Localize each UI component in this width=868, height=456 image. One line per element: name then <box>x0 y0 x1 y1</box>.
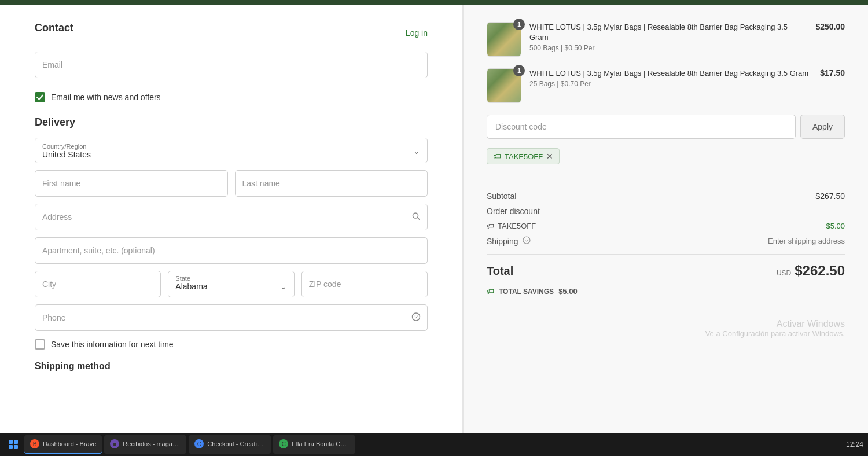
product-item-1: 1 WHITE LOTUS | 3.5g Mylar Bags | Reseal… <box>487 22 845 57</box>
shipping-value: Enter shipping address <box>768 237 845 245</box>
taskbar-label-recibidos: Recibidos - magapro... <box>123 440 181 447</box>
state-select[interactable]: State Alabama ⌄ <box>168 271 294 297</box>
total-savings-row: 🏷 TOTAL SAVINGS $5.00 <box>487 287 845 296</box>
shield-icon: ■ <box>110 439 119 448</box>
total-value: $262.50 <box>795 263 845 279</box>
windows-watermark: Activar Windows Ve a Configuración para … <box>487 319 845 338</box>
save-info-checkbox[interactable] <box>35 339 45 350</box>
taskbar-item-recibidos[interactable]: ■ Recibidos - magapro... <box>104 435 186 454</box>
country-chevron-icon: ⌄ <box>413 146 420 156</box>
contact-section-title: Contact <box>35 22 73 34</box>
state-label: State <box>175 275 286 282</box>
savings-tag-icon: 🏷 <box>487 287 494 296</box>
total-row: Total USD $262.50 <box>487 263 845 279</box>
coupon-code-label: TAKE5OFF <box>505 152 543 161</box>
product-price-1: $250.00 <box>815 22 845 31</box>
watermark-main: Activar Windows <box>487 319 845 329</box>
apply-discount-button[interactable]: Apply <box>800 115 845 139</box>
country-region-select[interactable]: Country/Region United States ⌄ <box>35 138 428 163</box>
windows-start-button[interactable] <box>5 435 22 454</box>
search-icon <box>411 212 421 223</box>
order-discount-row: Order discount <box>487 207 845 216</box>
savings-label: TOTAL SAVINGS <box>499 288 554 296</box>
chrome1-icon: C <box>194 439 204 448</box>
zip-field[interactable] <box>301 271 428 297</box>
phone-help-icon: ? <box>411 312 421 323</box>
email-checkbox-label: Email me with news and offers <box>51 93 161 102</box>
address-field[interactable] <box>35 204 428 230</box>
tag-icon: 🏷 <box>493 152 501 161</box>
shipping-row: Shipping ? Enter shipping address <box>487 236 845 246</box>
discount-code-input[interactable] <box>487 115 796 139</box>
chrome2-icon: C <box>279 439 288 448</box>
product-variant-2: 25 Bags | $0.70 Per <box>529 80 812 88</box>
city-field[interactable] <box>35 271 161 297</box>
product-badge-2: 1 <box>513 65 525 76</box>
product-name-1: WHITE LOTUS | 3.5g Mylar Bags | Resealab… <box>529 22 807 43</box>
taskbar-time: 12:24 <box>846 440 863 448</box>
svg-text:?: ? <box>525 238 528 244</box>
discount-code-row: 🏷 TAKE5OFF −$5.00 <box>487 222 845 230</box>
discount-section: Apply <box>487 115 845 139</box>
country-region-label: Country/Region <box>42 143 406 150</box>
savings-value: $5.00 <box>558 287 578 296</box>
country-region-value: United States <box>42 150 406 159</box>
discount-amount: −$5.00 <box>822 222 845 230</box>
taskbar-item-checkout[interactable]: C Checkout - Creative L... <box>189 435 271 454</box>
taskbar: B Dashboard - Brave ■ Recibidos - magapr… <box>0 433 868 456</box>
brave-icon: B <box>30 439 39 448</box>
product-variant-1: 500 Bags | $0.50 Per <box>529 44 807 52</box>
subtotal-value: $267.50 <box>815 192 845 201</box>
discount-code-applied-label: TAKE5OFF <box>498 222 536 230</box>
coupon-remove-button[interactable]: ✕ <box>546 152 553 161</box>
product-price-2: $17.50 <box>820 68 845 78</box>
taskbar-item-ella[interactable]: C Ella Era Bonita Capitul... <box>273 435 355 454</box>
shipping-info-icon: ? <box>523 236 531 244</box>
tag-small-icon: 🏷 <box>487 222 494 230</box>
product-badge-1: 1 <box>513 19 525 30</box>
product-name-2: WHITE LOTUS | 3.5g Mylar Bags | Resealab… <box>529 68 812 79</box>
total-label: Total <box>487 264 513 278</box>
state-value: Alabama <box>175 282 207 291</box>
subtotal-label: Subtotal <box>487 192 516 201</box>
email-newsletter-checkbox[interactable] <box>35 92 45 102</box>
email-field[interactable] <box>35 52 428 78</box>
apartment-field[interactable] <box>35 237 428 264</box>
delivery-section-title: Delivery <box>35 116 428 128</box>
product-details-2: WHITE LOTUS | 3.5g Mylar Bags | Resealab… <box>529 68 812 88</box>
first-name-field[interactable] <box>35 170 228 197</box>
svg-line-1 <box>417 218 420 220</box>
save-info-label: Save this information for next time <box>51 340 174 349</box>
shipping-method-title: Shipping method <box>35 361 428 372</box>
taskbar-right: 12:24 <box>846 440 863 448</box>
taskbar-item-dashboard[interactable]: B Dashboard - Brave <box>24 435 102 454</box>
total-currency: USD <box>777 269 791 277</box>
state-chevron-icon: ⌄ <box>280 282 287 291</box>
product-image-wrapper-2: 1 <box>487 68 521 103</box>
taskbar-label-checkout: Checkout - Creative L... <box>207 440 265 447</box>
log-in-link[interactable]: Log in <box>406 28 428 38</box>
subtotal-row: Subtotal $267.50 <box>487 192 845 201</box>
taskbar-label-ella: Ella Era Bonita Capitul... <box>292 440 350 447</box>
last-name-field[interactable] <box>235 170 428 197</box>
shipping-label: Shipping ? <box>487 236 531 246</box>
order-discount-label: Order discount <box>487 207 540 216</box>
coupon-tag: 🏷 TAKE5OFF ✕ <box>487 148 560 164</box>
phone-field[interactable] <box>35 304 428 331</box>
watermark-sub: Ve a Configuración para activar Windows. <box>487 329 845 338</box>
svg-text:?: ? <box>414 314 418 321</box>
taskbar-label-dashboard: Dashboard - Brave <box>43 440 96 447</box>
product-details-1: WHITE LOTUS | 3.5g Mylar Bags | Resealab… <box>529 22 807 52</box>
product-item-2: 1 WHITE LOTUS | 3.5g Mylar Bags | Reseal… <box>487 68 845 103</box>
product-image-wrapper-1: 1 <box>487 22 521 57</box>
